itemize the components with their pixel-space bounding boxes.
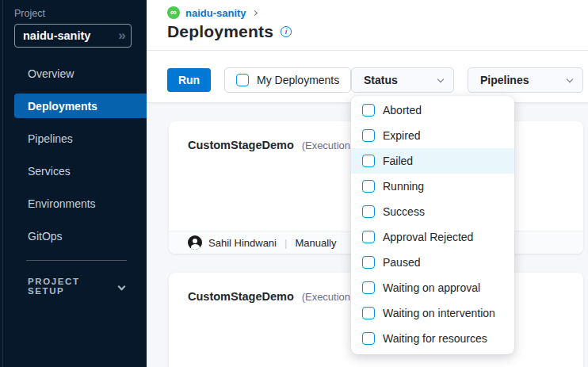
pipelines-filter-label: Pipelines [480,74,529,86]
status-checkbox[interactable] [362,332,375,345]
my-deployments-toggle[interactable]: My Deployments [224,67,351,93]
status-option-approval-rejected[interactable]: Approval Rejected [351,224,514,250]
status-checkbox[interactable] [362,129,375,142]
main-area: ∞ naidu-sanity Deployments i Run My Depl… [147,0,588,367]
status-checkbox[interactable] [362,281,375,294]
status-option-waiting-on-intervention[interactable]: Waiting on intervention [351,300,514,326]
status-option-label: Success [383,205,425,218]
project-sidebar: Project » Overview Deployments Pipelines… [0,0,147,367]
status-option-label: Waiting on approval [383,281,480,294]
status-option-label: Expired [383,129,420,142]
breadcrumb-project-link[interactable]: naidu-sanity [185,7,246,19]
status-filter-label: Status [364,74,398,86]
status-option-label: Failed [383,155,413,167]
status-option-expired[interactable]: Expired [351,123,514,148]
sidebar-item-deployments[interactable]: Deployments [14,94,147,118]
pipeline-name[interactable]: CustomStageDemo [188,290,294,303]
status-option-label: Aborted [383,104,422,117]
status-option-label: Running [383,180,424,193]
sidebar-item-environments[interactable]: Environments [14,191,147,216]
status-filter-dropdown[interactable]: Status [351,67,454,93]
breadcrumb: ∞ naidu-sanity [167,6,257,19]
chevron-down-icon [118,282,126,290]
sidebar-item-overview[interactable]: Overview [14,61,147,86]
status-option-label: Approval Rejected [383,231,473,243]
user-avatar-icon [188,235,202,250]
chevron-down-icon [567,75,573,82]
run-button[interactable]: Run [167,68,211,92]
status-option-paused[interactable]: Paused [351,250,514,275]
project-setup-label: PROJECT SETUP [28,277,119,296]
status-checkbox[interactable] [362,180,375,193]
status-option-waiting-on-approval[interactable]: Waiting on approval [351,275,514,300]
header-divider [147,50,588,51]
status-option-waiting-for-resources[interactable]: Waiting for resources [351,326,514,351]
status-filter-menu: Aborted Expired Failed Running Success A… [351,96,514,354]
status-option-running[interactable]: Running [351,174,514,199]
status-checkbox[interactable] [362,307,375,319]
status-option-label: Waiting on intervention [383,307,495,319]
pipelines-filter-dropdown[interactable]: Pipelines [468,67,583,93]
status-option-label: Paused [383,256,420,269]
project-setup-section[interactable]: PROJECT SETUP [28,277,136,296]
sidebar-item-services[interactable]: Services [14,159,147,183]
page-title: Deployments [167,22,273,41]
sidebar-item-gitops[interactable]: GitOps [14,224,147,248]
status-checkbox[interactable] [362,205,375,218]
trigger-type: Manually [295,237,336,249]
sidebar-nav: Overview Deployments Pipelines Services … [0,61,147,256]
my-deployments-checkbox[interactable] [236,74,249,86]
sidebar-divider [26,260,127,261]
status-option-success[interactable]: Success [351,199,514,224]
project-label: Project [14,8,45,19]
sidebar-item-pipelines[interactable]: Pipelines [14,126,147,151]
status-checkbox[interactable] [362,155,375,167]
info-icon[interactable]: i [281,26,292,37]
status-checkbox[interactable] [362,104,375,117]
chevron-right-icon [252,10,258,15]
triggered-by-user: Sahil Hindwani [208,237,277,249]
status-checkbox[interactable] [362,256,375,269]
status-option-label: Waiting for resources [383,332,487,345]
status-option-aborted[interactable]: Aborted [351,97,514,123]
status-option-failed[interactable]: Failed [351,148,514,174]
status-checkbox[interactable] [362,231,375,243]
project-expand-icon[interactable]: » [113,26,132,45]
page-title-row: Deployments i [167,22,292,41]
chevron-down-icon [437,75,444,82]
my-deployments-label: My Deployments [257,74,339,86]
footer-separator: | [284,237,287,249]
pipeline-name[interactable]: CustomStageDemo [188,139,294,151]
deployments-page: Project » Overview Deployments Pipelines… [0,0,588,367]
cd-module-icon: ∞ [167,6,180,19]
